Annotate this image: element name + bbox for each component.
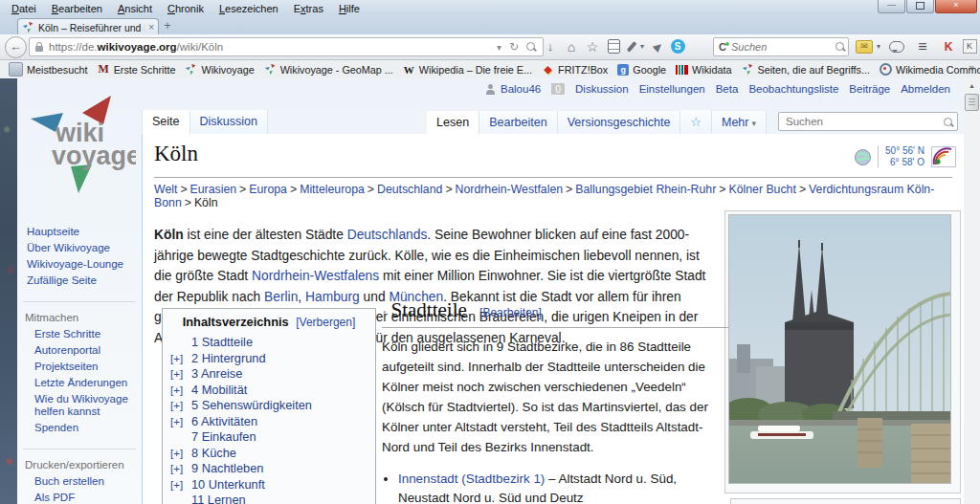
- tab-seite[interactable]: Seite: [142, 110, 190, 135]
- toc-expand-icon[interactable]: [+]: [170, 414, 191, 430]
- maximize-button[interactable]: [906, 0, 934, 13]
- breadcrumb-deutschland[interactable]: Deutschland: [377, 183, 442, 196]
- bookmark-meistbesucht[interactable]: Meistbesucht: [4, 62, 93, 77]
- bookmarks-overflow-icon[interactable]: »: [969, 61, 974, 73]
- toc-expand-icon[interactable]: [+]: [170, 398, 191, 414]
- k-extension-icon[interactable]: K: [962, 37, 977, 55]
- send-icon[interactable]: ▶: [649, 37, 666, 55]
- intro-link-deutschlands[interactable]: Deutschlands: [347, 228, 428, 242]
- toc-item-11-lernen[interactable]: 11 Lernen: [191, 493, 246, 504]
- sidebar-item-projektseiten[interactable]: Projektseiten: [17, 359, 142, 375]
- browser-tab[interactable]: Köln – Reiseführer und Reis... ×: [17, 18, 159, 35]
- toc-item-4-mobilität[interactable]: 4 Mobilität: [191, 383, 247, 399]
- section-anchor-icon[interactable]: ↑: [382, 307, 388, 318]
- minimize-button[interactable]: —: [878, 0, 905, 13]
- personal-link-beiträge[interactable]: Beiträge: [849, 83, 890, 95]
- intro-link-hamburg[interactable]: Hamburg: [305, 290, 360, 304]
- intro-link-berlin[interactable]: Berlin: [264, 290, 298, 304]
- tab-close-icon[interactable]: ×: [148, 22, 154, 33]
- personal-link-einstellungen[interactable]: Einstellungen: [639, 83, 705, 95]
- search-engine-icon[interactable]: C: [719, 41, 726, 53]
- mail-dropdown-icon[interactable]: ▾: [874, 37, 883, 55]
- breadcrumb-welt[interactable]: Welt: [154, 183, 177, 196]
- toc-expand-icon[interactable]: [+]: [170, 366, 191, 383]
- breadcrumb-kölner-bucht[interactable]: Kölner Bucht: [728, 183, 795, 196]
- home-icon[interactable]: ⌂: [563, 37, 580, 55]
- tab-bearbeiten[interactable]: Bearbeiten: [479, 111, 557, 135]
- breadcrumb-eurasien[interactable]: Eurasien: [190, 183, 237, 196]
- sidebar-item-buch-erstellen[interactable]: Buch erstellen: [17, 473, 142, 490]
- bookmark-wikimedia-commons[interactable]: Wikimedia Commons: [875, 63, 980, 76]
- toc-item-6-aktivitäten[interactable]: 6 Aktivitäten: [191, 414, 257, 430]
- new-tab-button[interactable]: +: [157, 20, 178, 33]
- toc-item-8-küche[interactable]: 8 Küche: [191, 446, 236, 462]
- menu-item-hilfe[interactable]: Hilfe: [331, 2, 368, 15]
- menu-item-chronik[interactable]: Chronik: [160, 2, 212, 15]
- username-link[interactable]: Balou46: [501, 83, 541, 95]
- eyedropper-icon[interactable]: [625, 37, 638, 55]
- breadcrumb-ballungsgebiet-rhein-ruhr[interactable]: Ballungsgebiet Rhein-Ruhr: [575, 183, 716, 196]
- section-edit-link[interactable]: [Bearbeiten]: [479, 306, 542, 319]
- toc-expand-icon[interactable]: [+]: [170, 461, 191, 477]
- url-bar[interactable]: https://de.wikivoyage.org/wiki/Köln ▾ ↻: [29, 37, 544, 56]
- globe-icon[interactable]: [855, 149, 871, 165]
- sidebar-item-spenden[interactable]: Spenden: [17, 420, 142, 436]
- toc-item-2-hintergrund[interactable]: 2 Hintergrund: [191, 351, 266, 367]
- bookmark-wikipedia-die-freie-e[interactable]: WWikipedia – Die freie E...: [398, 63, 537, 76]
- menu-item-lesezeichen[interactable]: Lesezeichen: [212, 2, 286, 15]
- bookmark-wikivoyage-geomap[interactable]: Wikivoyage - GeoMap ...: [259, 63, 398, 76]
- mail-icon[interactable]: ✉: [855, 37, 874, 55]
- menu-item-extras[interactable]: Extras: [286, 2, 331, 15]
- reload-icon[interactable]: ↻: [505, 40, 523, 54]
- menu-icon[interactable]: ≡: [913, 37, 932, 55]
- wiki-search-icon[interactable]: [944, 118, 952, 126]
- tab-diskussion[interactable]: Diskussion: [190, 110, 268, 134]
- breadcrumb-europa[interactable]: Europa: [249, 183, 287, 196]
- scrollbar-thumb[interactable]: [965, 94, 979, 111]
- tab-versionsgeschichte[interactable]: Versionsgeschichte: [558, 111, 681, 135]
- sidebar-item-erste-schritte[interactable]: Erste Schritte: [17, 326, 142, 342]
- toolbar-search-icon[interactable]: [832, 42, 848, 53]
- toc-expand-icon[interactable]: [+]: [170, 446, 191, 462]
- menu-item-datei[interactable]: Datei: [4, 2, 44, 15]
- map-link-icon[interactable]: [931, 146, 956, 167]
- skype-icon[interactable]: S: [669, 37, 686, 55]
- toc-expand-icon[interactable]: [+]: [170, 351, 191, 367]
- bookmark-erste-schritte[interactable]: MErste Schritte: [93, 63, 181, 76]
- sidebar-item-hauptseite[interactable]: Hauptseite: [17, 224, 142, 240]
- toc-expand-icon[interactable]: [+]: [170, 477, 191, 493]
- menu-item-bearbeiten[interactable]: Bearbeiten: [44, 2, 110, 15]
- bookmark-wikivoyage[interactable]: Wikivoyage: [180, 63, 258, 76]
- sidebar-item-zufällige-seite[interactable]: Zufällige Seite: [17, 273, 142, 289]
- sidebar-item-wie-du-wikivoyage-helfen-kannst[interactable]: Wie du Wikivoyage helfen kannst: [17, 391, 142, 420]
- toc-item-10-unterkunft[interactable]: 10 Unterkunft: [191, 477, 265, 493]
- district-link-innenstadt-stadtbezirk-1[interactable]: Innenstadt (Stadtbezirk 1): [398, 471, 545, 486]
- toc-item-7-einkaufen[interactable]: 7 Einkaufen: [191, 429, 256, 446]
- sidebar-item-über-wikivoyage[interactable]: Über Wikivoyage: [17, 240, 142, 256]
- bookmark-star-icon[interactable]: ☆: [584, 37, 601, 55]
- wiki-search-input[interactable]: [784, 115, 944, 128]
- download-icon[interactable]: ↓: [542, 37, 559, 55]
- personal-link-beobachtungsliste[interactable]: Beobachtungsliste: [748, 83, 838, 95]
- breadcrumb-mitteleuropa[interactable]: Mitteleuropa: [300, 183, 365, 196]
- bookmark-fritz-box[interactable]: ◆FRITZ!Box: [537, 63, 612, 76]
- coordinates[interactable]: 50° 56' N 6° 58' O: [885, 145, 924, 168]
- sidebar-item-letzte-änderungen[interactable]: Letzte Änderungen: [17, 375, 142, 391]
- menu-item-ansicht[interactable]: Ansicht: [110, 2, 160, 15]
- toolbar-search-box[interactable]: C: [713, 37, 849, 56]
- tab-lesen[interactable]: Lesen: [427, 111, 479, 136]
- watch-star-tab[interactable]: ☆: [680, 110, 712, 135]
- more-tab[interactable]: Mehr▾: [712, 111, 767, 135]
- personal-link-diskussion[interactable]: Diskussion: [575, 83, 629, 95]
- wikivoyage-logo[interactable]: wiki voyage: [23, 92, 142, 207]
- notification-badge[interactable]: 0: [551, 83, 565, 95]
- page-scrollbar[interactable]: ▲: [963, 78, 980, 504]
- sidebar-item-autorenportal[interactable]: Autorenportal: [17, 342, 142, 359]
- bookmark-wikidata[interactable]: Wikidata: [671, 64, 736, 76]
- personal-link-beta[interactable]: Beta: [716, 83, 739, 95]
- toc-item-1-stadtteile[interactable]: 1 Stadtteile: [191, 335, 253, 351]
- bookmark-seiten-die-auf-begriffs[interactable]: Seiten, die auf Begriffs...: [737, 63, 875, 76]
- url-dropdown-icon[interactable]: ▾: [493, 42, 505, 53]
- sidebar-item-wikivoyage-lounge[interactable]: Wikivoyage-Lounge: [17, 256, 142, 273]
- breadcrumb-nordrhein-westfalen[interactable]: Nordrhein-Westfalen: [456, 183, 564, 196]
